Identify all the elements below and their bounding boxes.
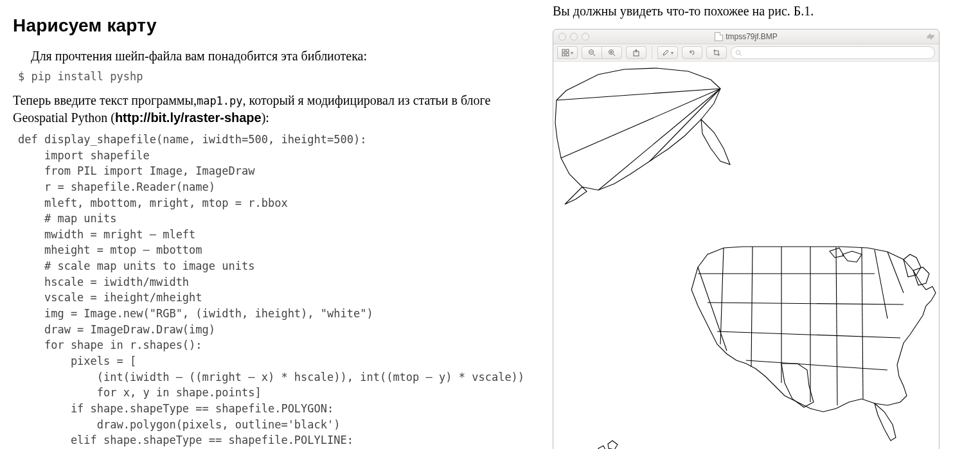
- map-image: [553, 62, 939, 449]
- svg-rect-3: [566, 53, 569, 56]
- zoom-icon[interactable]: [582, 33, 589, 40]
- svg-rect-2: [562, 53, 565, 56]
- svg-rect-0: [562, 49, 565, 52]
- paragraph-intro: Для прочтения шейп-файла вам понадобится…: [13, 48, 527, 65]
- view-mode-button[interactable]: ▾: [557, 46, 578, 59]
- section-heading: Нарисуем карту: [13, 15, 527, 36]
- crop-button[interactable]: [706, 46, 727, 59]
- text-run: ):: [262, 110, 269, 125]
- right-column: Вы должны увидеть что-то похожее на рис.…: [553, 0, 970, 449]
- svg-line-19: [751, 247, 753, 367]
- zoom-out-button[interactable]: [582, 46, 602, 59]
- svg-line-17: [650, 89, 720, 161]
- left-column: Нарисуем карту Для прочтения шейп-файла …: [13, 0, 527, 448]
- window-title-text: tmpss79jf.BMP: [726, 32, 778, 41]
- svg-line-16: [598, 89, 720, 190]
- svg-line-26: [717, 331, 900, 338]
- svg-line-25: [708, 303, 904, 304]
- svg-line-14: [557, 89, 720, 100]
- svg-line-18: [720, 248, 724, 344]
- edit-button[interactable]: ▾: [657, 46, 678, 59]
- share-button[interactable]: [626, 46, 646, 59]
- svg-line-27: [746, 360, 887, 370]
- rotate-button[interactable]: [682, 46, 702, 59]
- inline-code-filename: map1.py: [197, 94, 243, 107]
- fullscreen-icon[interactable]: [926, 32, 935, 41]
- close-icon[interactable]: [558, 33, 566, 40]
- chevron-down-icon: ▾: [671, 50, 673, 56]
- code-listing: def display_shapefile(name, iwidth=500, …: [18, 132, 527, 448]
- svg-line-23: [862, 248, 863, 399]
- image-canvas: [553, 62, 939, 449]
- toolbar-separator: [652, 46, 652, 59]
- paragraph-program: Теперь введите текст программы, map1.py,…: [13, 92, 527, 127]
- svg-point-12: [736, 50, 740, 54]
- svg-line-5: [593, 54, 595, 56]
- window-titlebar: tmpss79jf.BMP: [553, 30, 939, 44]
- search-icon: [735, 49, 742, 57]
- window-title: tmpss79jf.BMP: [553, 32, 939, 41]
- search-field[interactable]: [731, 46, 935, 59]
- minimize-icon[interactable]: [570, 33, 578, 40]
- zoom-in-button[interactable]: [601, 46, 622, 59]
- figure-caption-lead: Вы должны увидеть что-то похожее на рис.…: [553, 4, 970, 19]
- shell-command: $ pip install pyshp: [18, 70, 527, 83]
- svg-line-13: [740, 54, 742, 56]
- svg-line-29: [875, 250, 887, 319]
- svg-rect-1: [566, 49, 569, 52]
- preview-window: tmpss79jf.BMP ▾: [553, 29, 940, 449]
- blog-link[interactable]: http://bit.ly/raster-shape: [115, 110, 262, 125]
- svg-line-8: [613, 54, 615, 56]
- file-icon: [715, 32, 723, 41]
- window-toolbar: ▾ ▾: [553, 44, 939, 62]
- svg-line-22: [836, 247, 837, 405]
- chevron-down-icon: ▾: [571, 50, 573, 56]
- svg-line-15: [561, 89, 720, 158]
- text-run: Теперь введите текст программы,: [13, 92, 197, 109]
- window-traffic-lights: [558, 33, 589, 40]
